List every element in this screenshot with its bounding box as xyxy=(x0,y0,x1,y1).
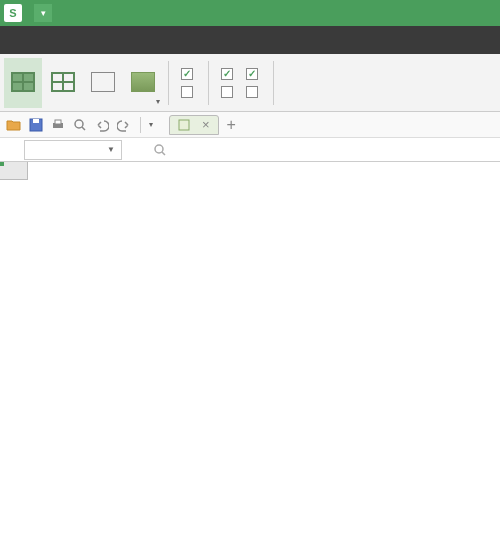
view-normal-button[interactable] xyxy=(4,58,42,108)
reading-mode-button[interactable]: ▾ xyxy=(124,58,162,108)
show-grid-checkbox[interactable]: ✓ xyxy=(221,68,236,80)
edit-bar-checkbox[interactable]: ✓ xyxy=(181,68,196,80)
print-rowcol-checkbox[interactable] xyxy=(246,86,261,98)
separator xyxy=(168,61,169,105)
fullscreen-button[interactable] xyxy=(84,58,122,108)
ribbon: ▾ ✓ ✓ ✓ xyxy=(0,54,500,112)
svg-rect-6 xyxy=(179,120,189,130)
chevron-down-icon[interactable]: ▾ xyxy=(149,120,153,129)
workbook-tab[interactable]: × xyxy=(169,115,219,135)
separator xyxy=(273,61,274,105)
preview-icon[interactable] xyxy=(72,117,88,133)
redo-icon[interactable] xyxy=(116,117,132,133)
task-pane-checkbox[interactable] xyxy=(181,86,196,98)
close-tab-icon[interactable]: × xyxy=(202,117,210,132)
separator xyxy=(208,61,209,105)
save-icon[interactable] xyxy=(28,117,44,133)
search-icon[interactable] xyxy=(152,142,168,158)
formula-bar: ▼ xyxy=(0,138,500,162)
workbook-tabs: × + xyxy=(169,115,236,135)
svg-point-4 xyxy=(75,120,83,128)
add-tab-button[interactable]: + xyxy=(227,116,236,134)
svg-point-7 xyxy=(155,145,163,153)
checkbox-group-2: ✓ ✓ xyxy=(215,64,267,102)
checkbox-group-1: ✓ xyxy=(175,64,202,102)
fullscreen-icon xyxy=(91,72,115,92)
select-all-corner[interactable] xyxy=(0,162,28,180)
separator xyxy=(140,117,141,133)
title-dropdown[interactable]: ▾ xyxy=(34,4,52,22)
titlebar: S ▾ xyxy=(0,0,500,26)
page-preview-button[interactable] xyxy=(44,58,82,108)
svg-rect-3 xyxy=(55,120,61,124)
menubar xyxy=(0,26,500,54)
workbook-icon xyxy=(178,119,190,131)
app-logo: S xyxy=(4,4,22,22)
open-icon[interactable] xyxy=(6,117,22,133)
reading-icon xyxy=(131,72,155,92)
print-grid-checkbox[interactable] xyxy=(221,86,236,98)
print-icon[interactable] xyxy=(50,117,66,133)
svg-rect-1 xyxy=(33,119,39,123)
chevron-down-icon: ▾ xyxy=(156,97,160,106)
quick-access-toolbar: ▾ × + xyxy=(0,112,500,138)
name-box[interactable]: ▼ xyxy=(24,140,122,160)
show-rowcol-checkbox[interactable]: ✓ xyxy=(246,68,261,80)
chevron-down-icon[interactable]: ▼ xyxy=(107,145,115,154)
grid-icon xyxy=(11,72,35,92)
undo-icon[interactable] xyxy=(94,117,110,133)
grid-icon xyxy=(51,72,75,92)
svg-line-5 xyxy=(82,127,85,130)
spreadsheet xyxy=(0,162,500,533)
svg-line-8 xyxy=(162,152,165,155)
